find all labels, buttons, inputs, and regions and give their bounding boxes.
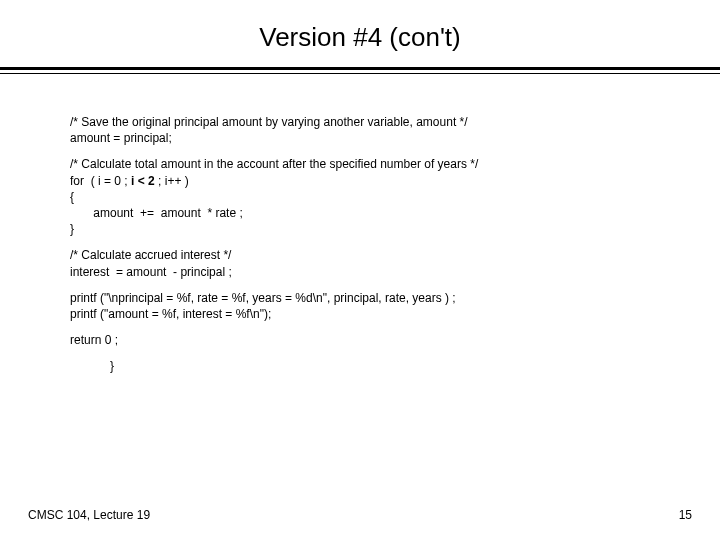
- footer-page-number: 15: [679, 508, 692, 522]
- code-line: return 0 ;: [70, 333, 118, 347]
- bold-condition: i < 2: [131, 174, 155, 188]
- code-line: {: [70, 190, 74, 204]
- code-block-3: /* Calculate accrued interest */ interes…: [70, 247, 650, 279]
- slide: Version #4 (con't) /* Save the original …: [0, 0, 720, 540]
- code-line: printf ("amount = %f, interest = %f\n");: [70, 307, 271, 321]
- code-block-2: /* Calculate total amount in the account…: [70, 156, 650, 237]
- divider-thick: [0, 67, 720, 70]
- code-line: /* Calculate total amount in the account…: [70, 157, 478, 171]
- code-block-1: /* Save the original principal amount by…: [70, 114, 650, 146]
- code-line: }: [70, 222, 74, 236]
- code-line: /* Save the original principal amount by…: [70, 115, 468, 129]
- code-line: amount += amount * rate ;: [70, 206, 243, 220]
- code-line: amount = principal;: [70, 131, 172, 145]
- code-line: }: [110, 359, 114, 373]
- code-block-5: return 0 ;: [70, 332, 650, 348]
- code-content: /* Save the original principal amount by…: [0, 74, 720, 374]
- code-block-4: printf ("\nprincipal = %f, rate = %f, ye…: [70, 290, 650, 322]
- code-line: printf ("\nprincipal = %f, rate = %f, ye…: [70, 291, 456, 305]
- code-block-6: }: [70, 358, 650, 374]
- code-line: /* Calculate accrued interest */: [70, 248, 231, 262]
- footer-left: CMSC 104, Lecture 19: [28, 508, 150, 522]
- code-line: interest = amount - principal ;: [70, 265, 232, 279]
- slide-title: Version #4 (con't): [0, 0, 720, 67]
- code-line: for ( i = 0 ; i < 2 ; i++ ): [70, 174, 189, 188]
